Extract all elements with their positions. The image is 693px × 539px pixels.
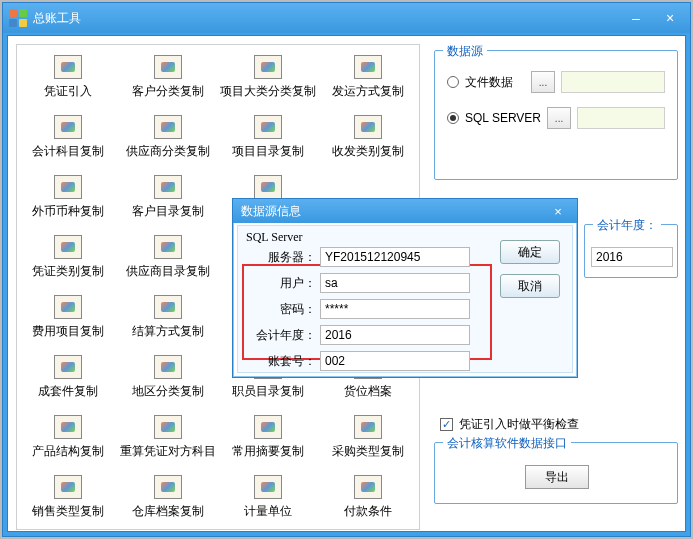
datasource-dialog: 数据源信息 × SQL Server 服务器： 用户： — [232, 198, 578, 378]
tool-item[interactable]: 凭证引入 — [19, 53, 117, 111]
tool-icon — [354, 115, 382, 139]
sql-browse-button[interactable]: ... — [547, 107, 571, 129]
tool-item[interactable]: 项目目录复制 — [219, 113, 317, 171]
file-radio[interactable] — [447, 76, 459, 88]
tool-label: 结算方式复制 — [132, 323, 204, 340]
user-input[interactable] — [320, 273, 470, 293]
tool-item[interactable]: 会计科目复制 — [19, 113, 117, 171]
tool-item[interactable]: 收发类别复制 — [319, 113, 417, 171]
tool-icon — [354, 475, 382, 499]
tool-icon — [254, 115, 282, 139]
tool-item[interactable]: 计量单位 — [219, 473, 317, 531]
tool-label: 地区分类复制 — [132, 383, 204, 400]
export-button[interactable]: 导出 — [525, 465, 589, 489]
fiscal-year-group: 会计年度： — [584, 224, 678, 278]
dialog-close-button[interactable]: × — [547, 202, 569, 220]
tool-item[interactable]: 客户分类复制 — [119, 53, 217, 111]
main-window: 总账工具 – × 凭证引入客户分类复制项目大类分类复制发运方式复制会计科目复制供… — [2, 2, 691, 537]
minimize-button[interactable]: – — [622, 8, 650, 28]
tool-item[interactable]: 地区分类复制 — [119, 353, 217, 411]
tool-label: 采购类型复制 — [332, 443, 404, 460]
tool-item[interactable]: 供应商目录复制 — [119, 233, 217, 291]
file-browse-button[interactable]: ... — [531, 71, 555, 93]
tool-label: 客户分类复制 — [132, 83, 204, 100]
tool-label: 项目目录复制 — [232, 143, 304, 160]
sql-radio-label: SQL SERVER — [465, 111, 541, 125]
tool-item[interactable]: 常用摘要复制 — [219, 413, 317, 471]
tool-icon — [54, 295, 82, 319]
tool-label: 销售类型复制 — [32, 503, 104, 520]
user-label: 用户： — [242, 275, 320, 292]
password-label: 密码： — [242, 301, 320, 318]
tool-icon — [254, 175, 282, 199]
tool-label: 客户目录复制 — [132, 203, 204, 220]
tool-icon — [154, 55, 182, 79]
sql-conn-input[interactable] — [577, 107, 665, 129]
tool-label: 付款条件 — [344, 503, 392, 520]
tool-icon — [154, 355, 182, 379]
tool-item[interactable]: 产品结构复制 — [19, 413, 117, 471]
password-input[interactable] — [320, 299, 470, 319]
tool-item[interactable]: 仓库档案复制 — [119, 473, 217, 531]
tool-item[interactable]: 结算方式复制 — [119, 293, 217, 351]
balance-check-row: ✓ 凭证引入时做平衡检查 — [440, 416, 579, 433]
tool-icon — [54, 415, 82, 439]
dialog-year-input[interactable] — [320, 325, 470, 345]
tool-item[interactable]: 销售类型复制 — [19, 473, 117, 531]
tool-item[interactable]: 项目大类分类复制 — [219, 53, 317, 111]
tool-label: 凭证类别复制 — [32, 263, 104, 280]
file-path-input[interactable] — [561, 71, 665, 93]
tool-item[interactable]: 外币币种复制 — [19, 173, 117, 231]
tool-item[interactable]: 供应商分类复制 — [119, 113, 217, 171]
fiscal-year-title: 会计年度： — [593, 217, 661, 234]
tool-item[interactable]: 客户目录复制 — [119, 173, 217, 231]
sql-radio[interactable] — [447, 112, 459, 124]
tool-icon — [54, 235, 82, 259]
dialog-title: 数据源信息 — [241, 203, 301, 220]
tool-icon — [154, 235, 182, 259]
tool-item[interactable]: 发运方式复制 — [319, 53, 417, 111]
ok-button[interactable]: 确定 — [500, 240, 560, 264]
tool-label: 仓库档案复制 — [132, 503, 204, 520]
fiscal-year-input[interactable] — [591, 247, 673, 267]
tool-label: 收发类别复制 — [332, 143, 404, 160]
tool-label: 会计科目复制 — [32, 143, 104, 160]
tool-icon — [54, 475, 82, 499]
tool-label: 产品结构复制 — [32, 443, 104, 460]
tool-item[interactable]: 付款条件 — [319, 473, 417, 531]
tool-item[interactable]: 成套件复制 — [19, 353, 117, 411]
tool-icon — [254, 475, 282, 499]
tool-label: 供应商分类复制 — [126, 143, 210, 160]
file-radio-label: 文件数据 — [465, 74, 513, 91]
tool-item[interactable]: 采购类型复制 — [319, 413, 417, 471]
tool-icon — [154, 175, 182, 199]
tool-item[interactable]: 费用项目复制 — [19, 293, 117, 351]
tool-icon — [254, 415, 282, 439]
server-input[interactable] — [320, 247, 470, 267]
tool-label: 成套件复制 — [38, 383, 98, 400]
tool-item[interactable]: 凭证类别复制 — [19, 233, 117, 291]
tool-item[interactable]: 重算凭证对方科目 — [119, 413, 217, 471]
tool-label: 费用项目复制 — [32, 323, 104, 340]
cancel-button[interactable]: 取消 — [500, 274, 560, 298]
year-label: 会计年度： — [242, 327, 320, 344]
tool-icon — [254, 55, 282, 79]
tool-icon — [154, 475, 182, 499]
tool-label: 职员目录复制 — [232, 383, 304, 400]
export-group: 会计核算软件数据接口 导出 — [434, 442, 678, 504]
account-input[interactable] — [320, 351, 470, 371]
close-button[interactable]: × — [656, 8, 684, 28]
tool-label: 计量单位 — [244, 503, 292, 520]
tool-icon — [54, 355, 82, 379]
tool-label: 常用摘要复制 — [232, 443, 304, 460]
tool-icon — [54, 175, 82, 199]
datasource-group: 数据源 文件数据 ... SQL SERVER ... — [434, 50, 678, 180]
client-area: 凭证引入客户分类复制项目大类分类复制发运方式复制会计科目复制供应商分类复制项目目… — [7, 35, 686, 532]
account-label: 账套号： — [242, 353, 320, 370]
tool-label: 供应商目录复制 — [126, 263, 210, 280]
dialog-body: SQL Server 服务器： 用户： 密码： 会计年 — [237, 225, 573, 373]
app-icon — [9, 9, 27, 27]
tool-icon — [354, 55, 382, 79]
balance-checkbox[interactable]: ✓ — [440, 418, 453, 431]
tool-icon — [154, 295, 182, 319]
